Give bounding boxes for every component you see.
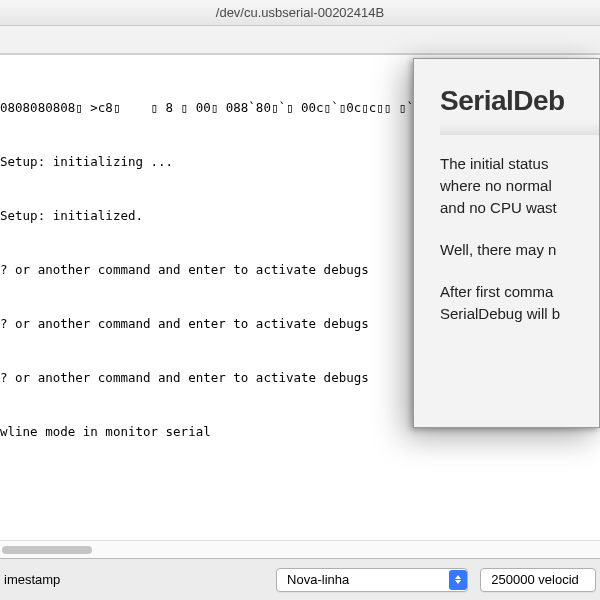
baud-rate-select[interactable]: 250000 velocid [480, 568, 596, 592]
timestamp-checkbox-label: imestamp [4, 572, 60, 587]
baud-rate-value: 250000 velocid [491, 572, 578, 587]
window-title: /dev/cu.usbserial-00202414B [0, 0, 600, 26]
line-ending-value: Nova-linha [287, 572, 349, 587]
overlay-paragraph: The initial status where no normal and n… [440, 153, 599, 219]
toolbar-area [0, 26, 600, 54]
line-ending-select[interactable]: Nova-linha [276, 568, 468, 592]
horizontal-scrollbar-track[interactable] [0, 540, 600, 558]
horizontal-scrollbar-thumb[interactable] [2, 546, 92, 554]
updown-icon [449, 570, 467, 590]
overlay-paragraph: After first comma SerialDebug will b [440, 281, 599, 325]
overlay-paragraph: Well, there may n [440, 239, 599, 261]
overlay-title: SerialDeb [440, 85, 599, 117]
info-overlay-panel: SerialDeb The initial status where no no… [413, 58, 600, 428]
bottom-bar: imestamp Nova-linha 250000 velocid [0, 558, 600, 600]
